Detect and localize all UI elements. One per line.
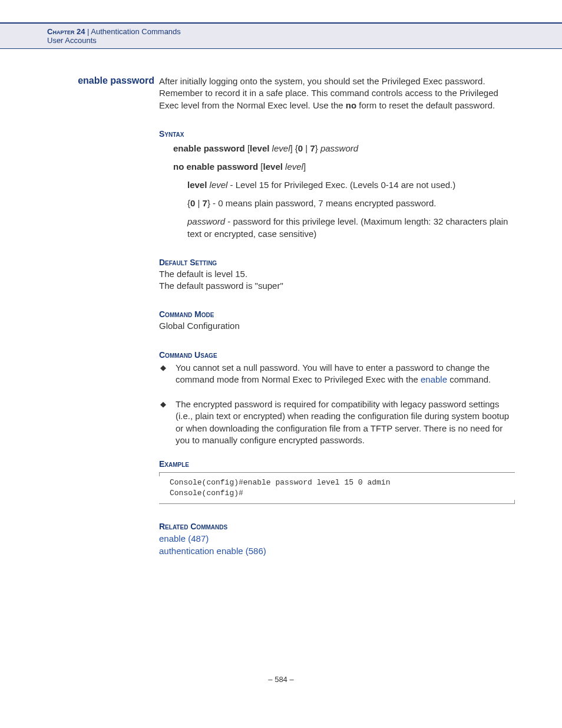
related-links: enable (487) authentication enable (586) <box>159 532 515 557</box>
command-body: After initially logging onto the system,… <box>159 75 515 557</box>
header-section: Authentication Commands <box>91 27 180 36</box>
intro-no-bold: no <box>346 100 356 110</box>
default-line2: The default password is "super" <box>159 280 515 292</box>
example-line1: Console(config)#enable password level 15… <box>170 477 515 488</box>
param-password: password - password for this privilege l… <box>187 215 515 240</box>
syntax-line-2: no enable password [level level] <box>173 160 515 173</box>
usage-bullet-1: You cannot set a null password. You will… <box>159 362 515 386</box>
default-line1: The default is level 15. <box>159 268 515 280</box>
syntax-line-1: enable password [level level] {0 | 7} pa… <box>173 142 515 154</box>
default-label: Default Setting <box>159 258 515 267</box>
chapter-label: Chapter 24 <box>47 27 85 36</box>
mode-label: Command Mode <box>159 309 515 319</box>
related-label: Related Commands <box>159 522 515 531</box>
example-line2: Console(config)# <box>170 488 515 499</box>
related-link-2[interactable]: authentication enable (586) <box>159 545 515 557</box>
header-chapter-line: Chapter 24 | Authentication Commands <box>47 27 562 36</box>
example-box: Console(config)#enable password level 15… <box>159 472 515 504</box>
usage-list: You cannot set a null password. You will… <box>159 362 515 447</box>
usage-bullet-2: The encrypted password is required for c… <box>159 398 515 446</box>
header-subsection: User Accounts <box>47 36 562 45</box>
header-separator: | <box>85 27 91 36</box>
page-number: – 584 – <box>0 675 562 707</box>
intro-paragraph: After initially logging onto the system,… <box>159 75 515 111</box>
mode-text: Global Configuration <box>159 320 515 332</box>
example-label: Example <box>159 459 515 469</box>
command-title: enable password <box>47 75 159 86</box>
page-content: enable password After initially logging … <box>0 49 562 557</box>
page-header: Chapter 24 | Authentication Commands Use… <box>0 22 562 49</box>
param-level: level level - Level 15 for Privileged Ex… <box>187 179 515 191</box>
intro-text-2: form to reset the default password. <box>356 100 495 110</box>
syntax-cmd: enable password <box>173 143 245 153</box>
related-link-1[interactable]: enable (487) <box>159 532 515 545</box>
enable-link[interactable]: enable <box>421 374 447 384</box>
param-zero-seven: {0 | 7} - 0 means plain password, 7 mean… <box>187 197 515 209</box>
usage-label: Command Usage <box>159 350 515 360</box>
syntax-label: Syntax <box>159 129 515 139</box>
command-block: enable password After initially logging … <box>47 75 515 557</box>
